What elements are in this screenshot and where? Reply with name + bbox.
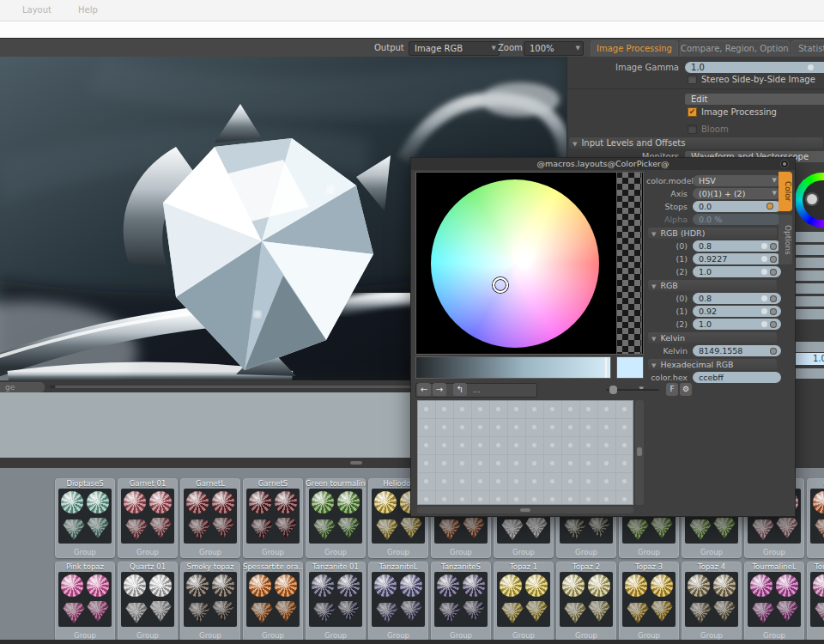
tab-image-processing[interactable]: Image Processing [591, 40, 678, 57]
spinner-icon[interactable] [761, 256, 767, 262]
menu-item-help[interactable]: Help [78, 5, 98, 15]
rgb-hdr-header[interactable]: ▼RGB (HDR) [648, 228, 777, 239]
hue-ring[interactable] [795, 173, 824, 228]
group-button[interactable]: Group [431, 548, 491, 556]
group-button[interactable]: Group [494, 548, 554, 556]
spinner-icon[interactable] [770, 256, 777, 263]
tab-statistics[interactable]: Statistics [791, 40, 824, 57]
window-title[interactable]: @macros.layouts@ColorPicker@ [411, 158, 795, 170]
preset-tile[interactable]: Spessartite ora...Group [243, 562, 303, 641]
group-button[interactable]: Group [807, 631, 824, 640]
axis-dropdown[interactable]: (0)(1) + (2)▼ [693, 188, 781, 199]
preset-tile[interactable]: Topaz 1Group [494, 562, 554, 641]
channel-field[interactable]: 0.8 [693, 293, 781, 304]
hsv-color-wheel[interactable] [431, 179, 599, 348]
group-button[interactable]: Group [180, 548, 240, 556]
preset-tile[interactable]: Garnet 01Group [118, 478, 178, 558]
gear-icon[interactable]: ⚙ [680, 383, 692, 396]
spinner-icon[interactable] [761, 269, 767, 275]
spinner-icon[interactable] [761, 308, 767, 314]
preset-tile[interactable]: DioptaseSGroup [55, 478, 115, 558]
group-button[interactable]: Group [619, 631, 679, 640]
preset-tile[interactable]: TanzaniteSGroup [431, 562, 491, 641]
preset-tile[interactable]: TanzaniteLGroup [368, 562, 428, 641]
channel-field[interactable]: 1.0 [693, 319, 781, 330]
preset-tile[interactable]: GarnetLGroup [180, 478, 240, 558]
group-button[interactable]: Group [807, 548, 824, 556]
back-arrow-icon[interactable]: ← [417, 383, 431, 396]
menu-item-layout[interactable]: Layout [22, 5, 52, 15]
preset-tile[interactable]: Pink topazGroup [55, 562, 115, 641]
value-slider-marker[interactable] [605, 357, 607, 378]
spinner-icon[interactable] [761, 243, 767, 249]
preset-tile[interactable]: Smoky topazGroup [180, 562, 240, 641]
group-button[interactable]: Group [368, 631, 428, 640]
image-processing-checkbox[interactable]: ✔ [688, 107, 697, 117]
preset-tile[interactable]: Topaz 3Group [619, 562, 679, 641]
spinner-icon[interactable] [808, 64, 814, 70]
group-button[interactable]: Group [306, 631, 366, 640]
color-wheel-cursor[interactable] [493, 277, 508, 293]
group-button[interactable]: Group [118, 548, 178, 556]
vertical-scrollbar[interactable] [635, 400, 644, 505]
group-button[interactable]: Group [682, 631, 742, 640]
preset-tile[interactable]: Tanzanite 01Group [306, 562, 366, 641]
group-button[interactable]: Group [243, 548, 303, 556]
rgb-header[interactable]: ▼RGB [648, 280, 777, 291]
color-model-dropdown[interactable]: HSV▼ [693, 175, 781, 186]
horizontal-scrollbar[interactable] [417, 507, 633, 513]
spinner-icon[interactable] [761, 295, 767, 301]
preset-tile[interactable]: GarnetSGroup [243, 478, 303, 558]
alpha-checker-strip[interactable] [616, 172, 642, 355]
hue-ring-handle[interactable] [807, 194, 817, 204]
group-button[interactable]: Group [431, 631, 491, 640]
channel-field[interactable]: 0.8 [693, 240, 781, 252]
spinner-icon[interactable] [770, 295, 777, 302]
group-button[interactable]: Group [494, 631, 554, 640]
group-button[interactable]: Group [55, 631, 115, 640]
scrollbar-handle[interactable] [637, 447, 642, 456]
filter-button[interactable]: F [666, 383, 678, 396]
preset-tile[interactable]: Topaz 2Group [556, 562, 616, 641]
bottom-left-tab[interactable]: ge [0, 382, 45, 392]
bloom-checkbox[interactable] [688, 125, 697, 134]
up-level-icon[interactable]: ↰ [453, 383, 467, 396]
group-button[interactable]: Group [368, 548, 428, 556]
tab-options[interactable]: Options [779, 215, 792, 264]
group-button[interactable]: Group [744, 631, 804, 640]
preset-tile[interactable]: OrangeGroup [807, 478, 824, 558]
color-picker-window[interactable]: @macros.layouts@ColorPicker@ ← → ↰ ...▼ … [410, 157, 796, 517]
output-dropdown[interactable]: Image RGB▼ [409, 41, 500, 56]
zoom-dropdown[interactable]: 100%▼ [524, 41, 584, 56]
kelvin-field[interactable]: 8149.1558 [693, 345, 781, 356]
image-gamma-field[interactable]: 1.0 [685, 62, 824, 73]
channel-field[interactable]: 0.9227 [693, 253, 781, 264]
shelf-scrollbar-handle[interactable] [350, 461, 362, 465]
thumbnail-size-slider[interactable] [606, 389, 659, 391]
group-button[interactable]: Group [243, 631, 303, 640]
group-button[interactable]: Group [619, 548, 679, 556]
preset-tile[interactable]: Quartz 01Group [118, 562, 178, 641]
stereo-checkbox[interactable] [688, 75, 697, 84]
forward-arrow-icon[interactable]: → [433, 383, 446, 396]
spinner-icon[interactable] [770, 243, 777, 250]
group-button[interactable]: Group [682, 548, 742, 556]
preset-tile[interactable]: Green tourmalineGroup [306, 478, 366, 558]
preset-tile[interactable]: TourmalineLGroup [744, 562, 804, 641]
spinner-icon[interactable] [770, 308, 777, 315]
channel-field[interactable]: 1.0 [693, 266, 781, 277]
spinner-icon[interactable] [766, 203, 773, 210]
tab-color[interactable]: Color [779, 172, 792, 211]
group-button[interactable]: Group [118, 631, 178, 640]
spinner-icon[interactable] [761, 321, 767, 327]
hex-field[interactable]: ccebff [693, 372, 781, 383]
spinner-icon[interactable] [770, 321, 777, 328]
value-gradient-slider[interactable] [415, 356, 611, 379]
close-icon[interactable] [780, 160, 789, 168]
slider-handle[interactable] [609, 386, 617, 394]
group-button[interactable]: Group [744, 548, 804, 556]
group-button[interactable]: Group [556, 548, 616, 556]
preset-tile[interactable]: TourmalineSGroup [807, 562, 824, 641]
input-levels-header[interactable]: ▼Input Levels and Offsets [569, 137, 823, 149]
spinner-icon[interactable] [770, 269, 777, 276]
